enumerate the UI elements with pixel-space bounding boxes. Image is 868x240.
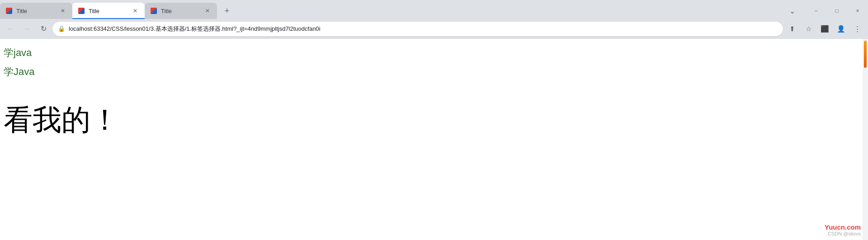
- reload-icon: ↻: [41, 24, 47, 33]
- tab-favicon-1: [5, 7, 13, 14]
- new-tab-button[interactable]: +: [219, 3, 235, 19]
- csdn-watermark: CSDN @sliovs: [828, 231, 861, 236]
- tab-label-3: Title: [161, 8, 200, 14]
- back-button[interactable]: ←: [4, 22, 18, 36]
- forward-button[interactable]: →: [20, 22, 34, 36]
- minimize-button[interactable]: −: [806, 3, 826, 19]
- page-content: 学java 学Java 看我的！: [0, 39, 868, 240]
- bookmark-icon: ☆: [806, 25, 811, 33]
- tab-search-icon: ⌄: [789, 7, 795, 15]
- address-bar-row: ← → ↻ 🔒 localhost:63342/CSS/lesson01/3.基…: [0, 19, 868, 39]
- tab-3[interactable]: Title ✕: [145, 3, 217, 19]
- maximize-button[interactable]: □: [826, 3, 847, 19]
- tab-2[interactable]: Title ✕: [72, 3, 145, 19]
- text-big-chinese: 看我的！: [4, 100, 864, 140]
- maximize-icon: □: [835, 8, 838, 14]
- text-learn-java-lower: 学java: [4, 46, 864, 60]
- browser-chrome: Title ✕ Title ✕ Title ✕ + ⌄: [0, 0, 868, 39]
- yuucn-watermark: Yuucn.com: [825, 223, 861, 231]
- sidebar-icon: ⬛: [821, 25, 829, 33]
- tab-close-3[interactable]: ✕: [203, 7, 212, 15]
- tab-label-2: Title: [89, 8, 127, 14]
- tab-bar-right: ⌄: [786, 5, 802, 19]
- tab-favicon-3: [150, 7, 157, 14]
- tab-favicon-icon-3: [151, 8, 157, 14]
- profile-icon: 👤: [837, 25, 845, 33]
- menu-icon: ⋮: [854, 25, 861, 33]
- tab-close-1[interactable]: ✕: [59, 7, 67, 15]
- forward-icon: →: [24, 25, 31, 33]
- tab-favicon-icon-1: [6, 8, 12, 14]
- text-learn-java-upper: 学Java: [4, 65, 864, 79]
- back-icon: ←: [7, 25, 14, 33]
- tab-bar: Title ✕ Title ✕ Title ✕ + ⌄: [0, 0, 868, 19]
- reload-button[interactable]: ↻: [36, 22, 51, 36]
- scrollbar[interactable]: [863, 39, 868, 240]
- tab-label-1: Title: [16, 8, 55, 14]
- footer-watermark: Yuucn.com CSDN @sliovs: [825, 223, 861, 236]
- address-bar-actions: ⬆ ☆ ⬛ 👤 ⋮: [785, 22, 864, 36]
- share-button[interactable]: ⬆: [785, 22, 799, 36]
- profile-button[interactable]: 👤: [834, 22, 848, 36]
- scrollbar-thumb[interactable]: [864, 41, 867, 68]
- share-icon: ⬆: [789, 25, 795, 33]
- bookmark-button[interactable]: ☆: [801, 22, 816, 36]
- address-bar[interactable]: 🔒 localhost:63342/CSS/lesson01/3.基本选择器/1…: [52, 22, 783, 36]
- url-text: localhost:63342/CSS/lesson01/3.基本选择器/1.标…: [69, 25, 778, 33]
- tab-favicon-icon-2: [78, 8, 85, 14]
- lock-icon: 🔒: [58, 25, 65, 32]
- menu-button[interactable]: ⋮: [850, 22, 864, 36]
- sidebar-button[interactable]: ⬛: [817, 22, 832, 36]
- tab-favicon-2: [78, 7, 85, 14]
- tab-search-button[interactable]: ⌄: [786, 5, 798, 17]
- tab-close-2[interactable]: ✕: [131, 7, 139, 15]
- minimize-icon: −: [814, 8, 817, 14]
- tab-1[interactable]: Title ✕: [0, 3, 72, 19]
- tab-loading-bar: [72, 18, 145, 19]
- window-controls: − □ ×: [806, 3, 868, 19]
- close-button[interactable]: ×: [847, 3, 868, 19]
- close-icon: ×: [856, 8, 859, 14]
